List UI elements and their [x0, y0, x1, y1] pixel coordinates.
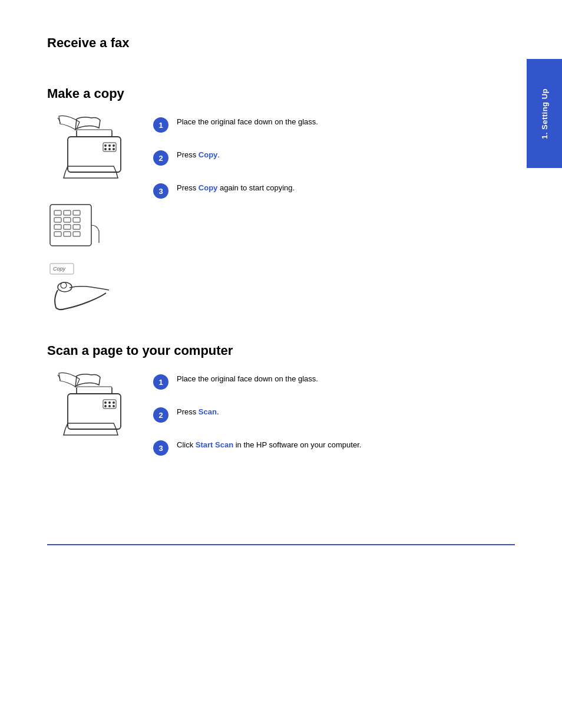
- make-copy-title: Make a copy: [47, 86, 483, 101]
- svg-rect-21: [54, 232, 61, 236]
- svg-rect-31: [77, 387, 112, 394]
- make-copy-step-3-text: Press Copy again to start copying.: [177, 182, 483, 194]
- svg-rect-3: [77, 130, 112, 137]
- main-content: Receive a fax Make a copy: [0, 0, 530, 526]
- scan-printer-icon: [47, 370, 130, 447]
- svg-point-10: [113, 148, 115, 150]
- svg-rect-22: [64, 232, 71, 236]
- svg-rect-28: [68, 394, 121, 429]
- make-copy-illustrations: Copy: [47, 113, 141, 314]
- scan-button-ref: Scan: [199, 407, 217, 416]
- svg-point-35: [113, 401, 115, 404]
- step-number-3: 3: [153, 183, 168, 199]
- svg-point-34: [108, 401, 111, 404]
- scan-step-2-text: Press Scan.: [177, 406, 483, 418]
- svg-rect-19: [64, 225, 71, 229]
- copy-button-ref-2: Copy: [199, 183, 218, 192]
- svg-point-36: [104, 405, 107, 407]
- make-copy-step-2: 2 Press Copy.: [153, 149, 483, 166]
- svg-rect-12: [54, 210, 61, 215]
- scan-step-number-3: 3: [153, 440, 168, 456]
- copy-keypad-icon: [47, 202, 106, 249]
- svg-rect-23: [73, 232, 80, 236]
- scan-step-3: 3 Click Start Scan in the HP software on…: [153, 439, 483, 456]
- svg-point-27: [61, 282, 67, 288]
- scan-step-2: 2 Press Scan.: [153, 406, 483, 423]
- make-copy-step-1: 1 Place the original face down on the gl…: [153, 116, 483, 133]
- receive-fax-section: Receive a fax: [47, 35, 483, 51]
- make-copy-section: Make a copy: [47, 86, 483, 314]
- make-copy-step-area: Copy 1 Place the original face down on t…: [47, 113, 483, 314]
- copy-printer-icon: [47, 113, 130, 190]
- make-copy-step-2-text: Press Copy.: [177, 149, 483, 161]
- svg-rect-15: [54, 218, 61, 222]
- scan-step-3-text: Click Start Scan in the HP software on y…: [177, 439, 483, 451]
- make-copy-steps: 1 Place the original face down on the gl…: [153, 113, 483, 199]
- bottom-divider: [47, 544, 515, 545]
- scan-illustrations: [47, 370, 141, 447]
- svg-point-38: [113, 405, 115, 407]
- make-copy-step-3: 3 Press Copy again to start copying.: [153, 182, 483, 199]
- svg-point-33: [104, 401, 107, 404]
- scan-title: Scan a page to your computer: [47, 343, 483, 358]
- scan-step-number-1: 1: [153, 374, 168, 390]
- svg-point-8: [104, 148, 107, 150]
- scan-step-1: 1 Place the original face down on the gl…: [153, 373, 483, 390]
- step-number-1: 1: [153, 117, 168, 133]
- svg-rect-18: [54, 225, 61, 229]
- copy-button-ref-1: Copy: [199, 150, 218, 159]
- svg-point-37: [108, 405, 111, 407]
- side-tab: 1. Setting Up: [527, 59, 562, 168]
- make-copy-step-1-text: Place the original face down on the glas…: [177, 116, 483, 128]
- svg-rect-16: [64, 218, 71, 222]
- svg-rect-20: [73, 225, 80, 229]
- svg-point-7: [113, 144, 115, 147]
- receive-fax-title: Receive a fax: [47, 35, 483, 51]
- scan-step-area: 1 Place the original face down on the gl…: [47, 370, 483, 456]
- svg-rect-17: [73, 218, 80, 222]
- scan-step-1-text: Place the original face down on the glas…: [177, 373, 483, 385]
- scan-section: Scan a page to your computer: [47, 343, 483, 456]
- svg-rect-14: [73, 210, 80, 215]
- side-tab-label: 1. Setting Up: [540, 88, 549, 139]
- svg-point-5: [104, 144, 107, 147]
- svg-point-6: [108, 144, 111, 147]
- scan-steps: 1 Place the original face down on the gl…: [153, 370, 483, 456]
- step-number-2: 2: [153, 150, 168, 166]
- start-scan-ref: Start Scan: [196, 440, 233, 449]
- svg-point-26: [58, 282, 72, 292]
- svg-text:Copy: Copy: [53, 266, 66, 272]
- copy-press-icon: Copy: [47, 261, 130, 314]
- svg-rect-13: [64, 210, 71, 215]
- svg-rect-0: [68, 137, 121, 172]
- scan-step-number-2: 2: [153, 407, 168, 423]
- svg-point-9: [108, 148, 111, 150]
